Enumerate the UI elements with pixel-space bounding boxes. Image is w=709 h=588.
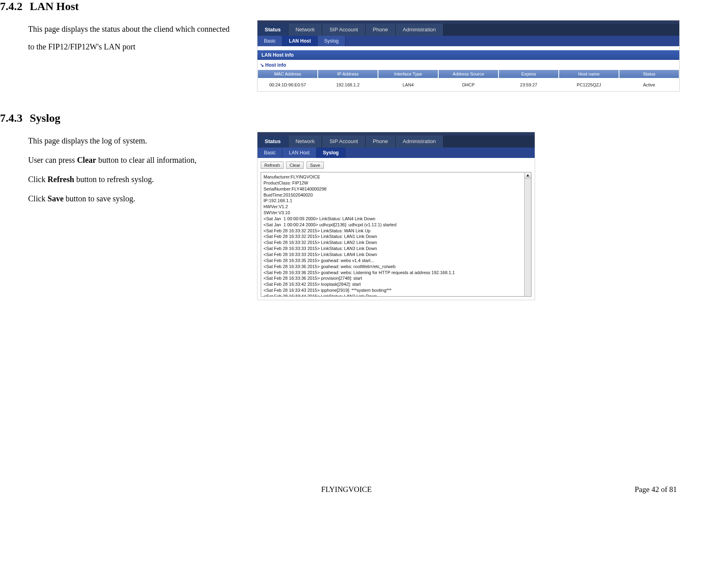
subtab-syslog[interactable]: Syslog bbox=[317, 148, 345, 158]
syslog-content: Manufacturer:FLYINGVOICE ProductClass: F… bbox=[264, 174, 455, 297]
host-table-row: 00:24:1D:96:E0:57 192.168.1.2 LAN4 DHCP … bbox=[257, 78, 679, 91]
syslog-line3: Click Refresh button to refresh syslog. bbox=[28, 170, 237, 188]
syslog-button-bar: Refresh Clear Save bbox=[257, 158, 535, 172]
col-status: Status bbox=[619, 70, 679, 78]
col-hostname: Host name bbox=[559, 70, 619, 78]
section-title: LAN Host bbox=[30, 0, 79, 12]
nav-tabs-primary: Status Network SIP Account Phone Adminis… bbox=[257, 24, 679, 36]
subtab-basic[interactable]: Basic bbox=[257, 148, 282, 158]
col-addrsrc: Address Source bbox=[438, 70, 499, 78]
tab-sip[interactable]: SIP Account bbox=[322, 135, 366, 148]
nav-tabs-secondary: Basic LAN Host Syslog bbox=[257, 148, 535, 158]
figure-syslog-screenshot: Status Network SIP Account Phone Adminis… bbox=[257, 132, 535, 300]
tab-admin[interactable]: Administration bbox=[396, 135, 443, 148]
col-mac: MAC Address bbox=[257, 70, 318, 78]
cell-hostname: PC1225QZJ bbox=[559, 78, 619, 91]
nav-tabs-primary: Status Network SIP Account Phone Adminis… bbox=[257, 135, 535, 148]
tab-phone[interactable]: Phone bbox=[366, 24, 396, 36]
col-expires: Expires bbox=[499, 70, 559, 78]
host-table-header: MAC Address IP Address Interface Type Ad… bbox=[257, 70, 679, 78]
cell-addrsrc: DHCP bbox=[438, 78, 499, 91]
scrollbar-icon[interactable] bbox=[524, 172, 531, 296]
figure-lanhost-screenshot: Status Network SIP Account Phone Adminis… bbox=[257, 20, 680, 92]
refresh-button[interactable]: Refresh bbox=[261, 162, 284, 169]
syslog-textarea[interactable]: Manufacturer:FLYINGVOICE ProductClass: F… bbox=[261, 172, 531, 297]
tab-sip[interactable]: SIP Account bbox=[322, 24, 366, 36]
footer-page: Page 42 of 81 bbox=[457, 485, 677, 494]
heading-syslog: 7.4.3Syslog bbox=[0, 112, 693, 125]
heading-lan-host: 7.4.2LAN Host bbox=[0, 0, 693, 13]
subtab-lanhost[interactable]: LAN Host bbox=[282, 148, 316, 158]
cell-mac: 00:24:1D:96:E0:57 bbox=[257, 78, 318, 91]
subtab-syslog[interactable]: Syslog bbox=[318, 36, 345, 46]
tab-admin[interactable]: Administration bbox=[396, 24, 443, 36]
tab-network[interactable]: Network bbox=[288, 24, 323, 36]
save-button[interactable]: Save bbox=[306, 162, 324, 169]
subtab-basic[interactable]: Basic bbox=[257, 36, 282, 46]
tab-network[interactable]: Network bbox=[288, 135, 323, 148]
col-iftype: Interface Type bbox=[378, 70, 438, 78]
col-ip: IP Address bbox=[318, 70, 378, 78]
tab-phone[interactable]: Phone bbox=[366, 135, 396, 148]
cell-status: Active bbox=[619, 78, 679, 91]
page-footer: FLYINGVOICE Page 42 of 81 bbox=[0, 485, 693, 494]
cell-iftype: LAN4 bbox=[378, 78, 438, 91]
footer-brand: FLYINGVOICE bbox=[236, 485, 456, 494]
syslog-line2: User can press Clear button to clear all… bbox=[28, 151, 237, 169]
syslog-line4: Click Save button to save syslog. bbox=[28, 190, 237, 207]
hostinfo-label: Host info bbox=[257, 60, 679, 70]
cell-ip: 192.168.1.2 bbox=[318, 78, 378, 91]
section-number: 7.4.2 bbox=[0, 0, 22, 13]
lanhost-paragraph: This page displays the status about the … bbox=[28, 20, 237, 55]
section-number: 7.4.3 bbox=[0, 112, 22, 125]
panel-title-lanhost: LAN Host info bbox=[257, 50, 679, 60]
section-title: Syslog bbox=[30, 112, 60, 124]
tab-status[interactable]: Status bbox=[257, 24, 288, 36]
clear-button[interactable]: Clear bbox=[286, 162, 304, 169]
nav-tabs-secondary: Basic LAN Host Syslog bbox=[257, 36, 679, 46]
tab-status[interactable]: Status bbox=[257, 135, 288, 148]
syslog-line1: This page displays the log of system. bbox=[28, 132, 237, 150]
cell-expires: 23:59:27 bbox=[499, 78, 559, 91]
subtab-lanhost[interactable]: LAN Host bbox=[282, 36, 318, 46]
